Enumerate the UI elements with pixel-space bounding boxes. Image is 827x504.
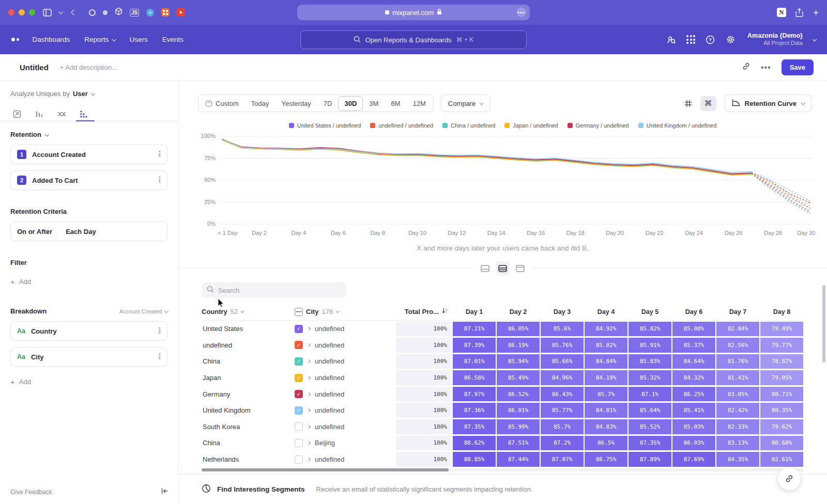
expand-row-icon[interactable] (307, 425, 311, 429)
cell-day-3[interactable]: 85.6% (541, 322, 584, 337)
cell-day-6[interactable]: 86.03% (672, 436, 715, 451)
range-custom[interactable]: Custom (200, 96, 245, 111)
cell-day-3[interactable]: 85.76% (541, 338, 584, 353)
add-description[interactable]: + Add description... (60, 64, 117, 71)
row-checkbox-unchecked[interactable] (295, 439, 303, 447)
tab-flows[interactable] (57, 107, 66, 121)
expand-row-icon[interactable] (307, 392, 311, 396)
cell-day-6[interactable]: 87.69% (672, 452, 715, 467)
cell-day-3[interactable]: 86.43% (541, 387, 584, 402)
range-yesterday[interactable]: Yesterday (275, 96, 317, 111)
sort-icon[interactable] (442, 308, 448, 316)
row-checkbox-checked[interactable]: ✓ (295, 325, 303, 333)
extension-target-icon[interactable] (89, 9, 96, 16)
cell-day-8[interactable]: 79.49% (760, 322, 803, 337)
help-icon[interactable]: ? (705, 35, 715, 45)
cell-country[interactable]: United States (202, 325, 295, 333)
select-all-checkbox[interactable]: — (295, 308, 303, 316)
copy-link-icon[interactable] (742, 62, 751, 73)
cell-day-6[interactable]: 85.03% (672, 419, 715, 434)
keyboard-shortcuts-icon[interactable]: ⌘ (700, 96, 716, 111)
breakdown-city[interactable]: Aa City ••• (10, 347, 167, 367)
city-label[interactable]: Beijing (315, 439, 335, 447)
city-label[interactable]: undefined (315, 390, 344, 398)
cell-day-2[interactable]: 86.01% (497, 403, 540, 418)
table-search-input[interactable] (218, 287, 341, 294)
tab-funnels[interactable] (35, 107, 44, 121)
cell-day-5[interactable]: 85.32% (629, 370, 671, 385)
expand-row-icon[interactable] (307, 376, 311, 380)
table-horizontal-scrollbar[interactable] (202, 468, 804, 471)
cell-day-1[interactable]: 88.85% (453, 452, 496, 467)
city-label[interactable]: undefined (315, 455, 344, 463)
column-header-country[interactable]: Country 52 (202, 308, 295, 316)
cell-day-1[interactable]: 87.39% (453, 338, 496, 353)
retention-line-chart[interactable] (220, 133, 813, 227)
cell-day-5[interactable]: 85.91% (629, 338, 671, 353)
breakdown-property-name[interactable]: Country (31, 327, 57, 335)
breakdown-country[interactable]: Aa Country ••• (10, 321, 167, 341)
cell-day-4[interactable]: 84.84% (585, 354, 627, 369)
new-tab-icon[interactable]: + (813, 8, 819, 18)
expand-row-icon[interactable] (307, 343, 311, 347)
cell-day-8[interactable]: 79.62% (760, 419, 803, 434)
cell-day-6[interactable]: 84.64% (672, 354, 715, 369)
retention-step-1[interactable]: 1 Account Created ••• (10, 145, 167, 164)
city-label[interactable]: undefined (315, 325, 344, 333)
cell-day-2[interactable]: 86.52% (497, 387, 540, 402)
user-search-icon[interactable] (666, 35, 677, 45)
cell-country[interactable]: Netherlands (202, 455, 295, 463)
cell-day-8[interactable]: 79.77% (760, 338, 803, 353)
column-header-day-1[interactable]: Day 1 (452, 308, 496, 316)
legend-item[interactable]: undefined / undefined (370, 122, 433, 129)
cell-day-1[interactable]: 86.58% (453, 370, 496, 385)
cell-day-1[interactable]: 87.36% (453, 403, 496, 418)
more-menu-icon[interactable]: ••• (761, 63, 771, 72)
retention-step-2[interactable]: 2 Added To Cart ••• (10, 170, 167, 190)
cell-day-5[interactable]: 85.83% (629, 354, 671, 369)
save-button[interactable]: Save (782, 59, 814, 75)
column-header-city[interactable]: — City 176 (295, 308, 395, 316)
cell-day-5[interactable]: 85.52% (629, 419, 671, 434)
cell-day-5[interactable]: 87.1% (629, 387, 671, 402)
annotations-icon[interactable] (680, 96, 696, 111)
cell-day-2[interactable]: 85.49% (497, 370, 540, 385)
cell-day-7[interactable]: 82.56% (716, 338, 759, 353)
column-header-day-3[interactable]: Day 3 (540, 308, 584, 316)
cell-day-4[interactable]: 84.81% (585, 403, 627, 418)
cell-day-6[interactable]: 85.37% (672, 338, 715, 353)
view-chart-and-table-icon[interactable] (496, 261, 510, 275)
cell-country[interactable]: Germany (202, 390, 295, 398)
nav-item-events[interactable]: Events (162, 36, 183, 43)
analyze-uniques-control[interactable]: Analyze Uniques by User (10, 90, 167, 98)
extension-dot-icon[interactable] (103, 10, 108, 15)
city-label[interactable]: undefined (315, 406, 344, 414)
scrollbar-thumb[interactable] (202, 468, 449, 471)
url-options-icon[interactable]: ••• (516, 7, 526, 17)
cell-day-8[interactable]: 79.05% (760, 370, 803, 385)
cell-day-7[interactable]: 81.41% (716, 370, 759, 385)
cell-day-3[interactable]: 85.7% (541, 419, 584, 434)
cell-day-3[interactable]: 87.2% (541, 436, 584, 451)
row-checkbox-checked[interactable]: ✓ (295, 374, 303, 382)
cell-day-2[interactable]: 85.99% (497, 419, 540, 434)
column-header-day-7[interactable]: Day 7 (716, 308, 760, 316)
page-scrollbar[interactable] (822, 285, 825, 363)
column-header-day-2[interactable]: Day 2 (496, 308, 540, 316)
cell-day-2[interactable]: 86.05% (497, 322, 540, 337)
browser-sidebar-toggle-icon[interactable] (42, 7, 52, 18)
legend-item[interactable]: Germany / undefined (568, 122, 629, 129)
cell-day-4[interactable]: 86.5% (585, 436, 627, 451)
chart-type-dropdown[interactable]: Retention Curve (725, 94, 811, 112)
extension-js-icon[interactable]: JS (130, 9, 139, 17)
nav-item-users[interactable]: Users (130, 36, 148, 43)
cell-day-8[interactable]: 78.87% (760, 354, 803, 369)
expand-row-icon[interactable] (307, 359, 311, 363)
cell-day-4[interactable]: 86.75% (585, 452, 627, 467)
retention-criteria-control[interactable]: On or After Each Day (10, 222, 167, 241)
cell-day-8[interactable]: 80.71% (760, 387, 803, 402)
cell-day-8[interactable]: 82.61% (760, 452, 803, 467)
legend-item[interactable]: United States / undefined (289, 122, 361, 129)
page-title[interactable]: Untitled (20, 63, 49, 72)
extension-video-icon[interactable] (177, 8, 185, 17)
